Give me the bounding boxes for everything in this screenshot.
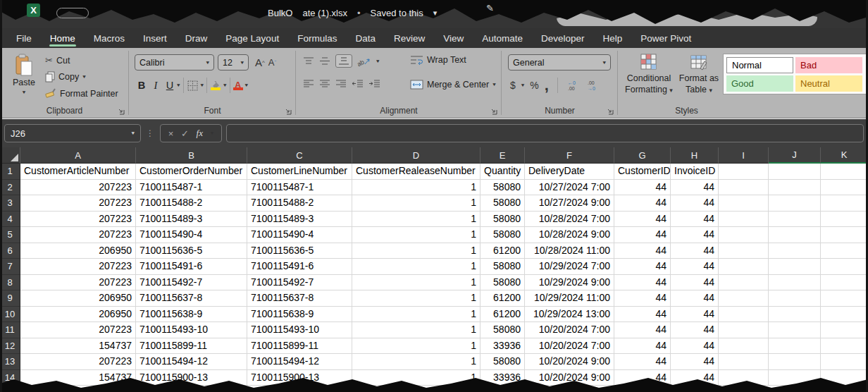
cell-I9[interactable] <box>719 290 769 307</box>
cell-A3[interactable]: 207223 <box>20 195 136 212</box>
decrease-decimal-icon[interactable]: .00→0 <box>586 80 600 91</box>
cell-K13[interactable] <box>821 354 868 370</box>
column-header-A[interactable]: A <box>20 147 136 164</box>
cell-G3[interactable]: 44 <box>614 195 671 212</box>
row-header-12[interactable]: 12 <box>0 338 20 355</box>
cell-E5[interactable]: 58080 <box>480 227 525 243</box>
cell-H11[interactable]: 44 <box>671 322 719 338</box>
increase-decimal-icon[interactable]: ←0.00 <box>566 80 581 91</box>
cell-J5[interactable] <box>769 227 821 243</box>
borders-button[interactable] <box>187 80 199 92</box>
cell-F11[interactable]: 10/20/2024 7:00 <box>525 322 614 338</box>
cell-K2[interactable] <box>821 180 868 196</box>
tab-power-pivot[interactable]: Power Pivot <box>631 28 700 48</box>
cell-H2[interactable]: 44 <box>671 180 719 196</box>
align-bottom-button-selected[interactable] <box>335 54 352 68</box>
currency-button[interactable]: $ <box>510 80 516 91</box>
fx-chevron-icon[interactable]: ▾ <box>211 130 214 136</box>
cell-I3[interactable] <box>719 195 769 212</box>
cell-H9[interactable]: 44 <box>671 290 719 307</box>
cell-E11[interactable]: 58080 <box>480 322 525 338</box>
cell-H7[interactable]: 44 <box>671 259 719 275</box>
cell-J7[interactable] <box>769 259 821 275</box>
number-dialog-launcher-icon[interactable] <box>606 107 614 116</box>
cell-I2[interactable] <box>719 180 769 196</box>
cell-B12[interactable]: 7100115899-11 <box>136 338 247 355</box>
tab-review[interactable]: Review <box>385 28 434 48</box>
clipboard-dialog-launcher-icon[interactable] <box>117 107 125 116</box>
cell-E1[interactable]: Quantity <box>480 164 525 180</box>
cell-I7[interactable] <box>719 259 769 275</box>
format-painter-button[interactable]: Format Painter <box>45 88 118 99</box>
column-header-E[interactable]: E <box>480 147 525 164</box>
row-header-2[interactable]: 2 <box>0 180 20 196</box>
cell-B5[interactable]: 7100115490-4 <box>136 227 247 243</box>
cell-E13[interactable]: 58080 <box>480 354 525 370</box>
cell-E3[interactable]: 58080 <box>480 195 525 212</box>
cell-D5[interactable]: 1 <box>352 227 480 243</box>
align-left-icon[interactable] <box>303 79 314 88</box>
row-header-9[interactable]: 9 <box>0 290 20 307</box>
cell-J13[interactable] <box>769 354 821 370</box>
cell-G8[interactable]: 44 <box>614 275 671 291</box>
cell-B13[interactable]: 7100115494-12 <box>136 354 247 370</box>
column-header-C[interactable]: C <box>247 147 352 164</box>
cell-A2[interactable]: 207223 <box>20 180 136 196</box>
cell-E12[interactable]: 33936 <box>480 338 525 355</box>
cell-B7[interactable]: 7100115491-6 <box>136 259 247 275</box>
cell-D7[interactable]: 1 <box>352 259 480 275</box>
name-box[interactable]: J26 ▾ <box>4 124 141 142</box>
style-chip-normal[interactable]: Normal <box>726 57 793 73</box>
row-header-7[interactable]: 7 <box>0 259 20 275</box>
cell-C13[interactable]: 7100115494-12 <box>247 354 352 370</box>
cell-C3[interactable]: 7100115488-2 <box>247 195 352 212</box>
cell-K3[interactable] <box>821 195 868 212</box>
cell-J9[interactable] <box>769 290 821 307</box>
cell-K4[interactable] <box>821 212 868 228</box>
style-chip-good[interactable]: Good <box>726 75 793 92</box>
cell-J12[interactable] <box>769 338 821 355</box>
orientation-chevron-icon[interactable]: ▾ <box>376 59 380 64</box>
tab-home[interactable]: Home <box>41 28 85 48</box>
cell-G12[interactable]: 44 <box>614 338 671 355</box>
cell-I13[interactable] <box>719 354 769 370</box>
column-header-D[interactable]: D <box>352 147 480 164</box>
cell-I8[interactable] <box>719 275 769 291</box>
cell-C12[interactable]: 7100115899-11 <box>247 338 352 355</box>
cell-C7[interactable]: 7100115491-6 <box>247 259 352 275</box>
cell-G5[interactable]: 44 <box>614 227 671 243</box>
cell-D2[interactable]: 1 <box>352 180 480 196</box>
cell-G1[interactable]: CustomerID <box>614 164 671 180</box>
tab-help[interactable]: Help <box>594 28 632 48</box>
formula-bar-grip[interactable]: ⋮ <box>146 128 155 138</box>
cell-F3[interactable]: 10/27/2024 9:00 <box>525 195 614 212</box>
cell-B2[interactable]: 7100115487-1 <box>136 180 247 196</box>
cell-G13[interactable]: 44 <box>614 354 671 370</box>
cell-K12[interactable] <box>821 338 868 355</box>
cell-K1[interactable] <box>821 164 868 180</box>
chevron-down-icon[interactable]: ▾ <box>433 8 438 18</box>
cell-J8[interactable] <box>769 275 821 291</box>
cell-A11[interactable]: 207223 <box>20 322 136 338</box>
font-name-combo[interactable]: Calibri ▾ <box>135 54 214 71</box>
fill-color-chevron-icon[interactable]: ▾ <box>223 82 227 88</box>
tab-formulas[interactable]: Formulas <box>288 28 346 48</box>
cell-D6[interactable]: 1 <box>352 243 480 259</box>
cell-K8[interactable] <box>821 275 868 291</box>
cell-D12[interactable]: 1 <box>352 338 480 355</box>
cell-C1[interactable]: CustomerLineNumber <box>247 164 352 180</box>
cell-G7[interactable]: 44 <box>614 259 671 275</box>
cell-B4[interactable]: 7100115489-3 <box>136 212 247 228</box>
cell-F6[interactable]: 10/28/2024 11:00 <box>525 243 614 259</box>
align-right-icon[interactable] <box>335 79 347 88</box>
cell-E9[interactable]: 61200 <box>480 290 525 307</box>
style-chip-bad[interactable]: Bad <box>795 57 862 73</box>
cell-F9[interactable]: 10/29/2024 11:00 <box>525 290 614 307</box>
cell-A12[interactable]: 154737 <box>20 338 136 355</box>
font-color-button[interactable]: A <box>233 81 243 90</box>
percent-button[interactable]: % <box>530 80 538 91</box>
increase-font-size-button[interactable]: A^ <box>255 56 265 68</box>
cell-A10[interactable]: 206950 <box>20 307 136 323</box>
row-header-8[interactable]: 8 <box>0 275 20 291</box>
cell-H13[interactable]: 44 <box>671 354 719 370</box>
